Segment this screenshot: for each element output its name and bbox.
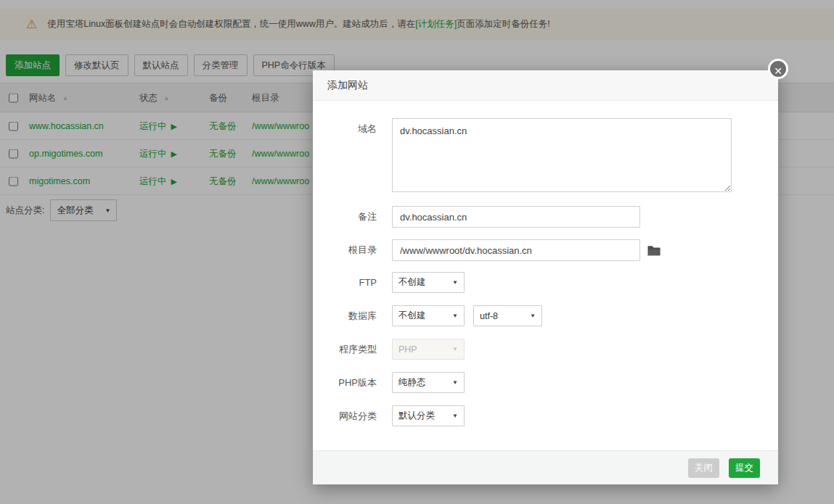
chevron-down-icon: ▼ xyxy=(452,313,458,319)
app-type-select: PHP ▼ xyxy=(392,339,465,360)
remark-row: 备注 xyxy=(313,206,778,228)
site-category-row: 网站分类 默认分类 ▼ xyxy=(313,405,778,427)
domain-label: 域名 xyxy=(313,118,377,140)
app-type-label: 程序类型 xyxy=(313,339,377,360)
php-version-value: 纯静态 xyxy=(398,376,426,389)
modal-category-label: 网站分类 xyxy=(313,405,377,427)
chevron-down-icon: ▼ xyxy=(452,413,458,419)
app-type-row: 程序类型 PHP ▼ xyxy=(313,339,778,360)
close-icon[interactable]: ✕ xyxy=(768,59,788,79)
php-version-select[interactable]: 纯静态 ▼ xyxy=(392,372,465,393)
close-button[interactable]: 关闭 xyxy=(688,458,719,478)
ftp-select[interactable]: 不创建 ▼ xyxy=(392,272,465,293)
modal-category-select[interactable]: 默认分类 ▼ xyxy=(392,405,465,426)
charset-select[interactable]: utf-8 ▼ xyxy=(473,305,542,326)
remark-input[interactable] xyxy=(392,206,640,228)
add-site-modal: ✕ 添加网站 域名 dv.hocassian.cn 备注 根目录 FTP 不创建 xyxy=(313,70,778,484)
ftp-row: FTP 不创建 ▼ xyxy=(313,272,778,294)
php-version-label: PHP版本 xyxy=(313,372,377,394)
database-select[interactable]: 不创建 ▼ xyxy=(392,305,465,326)
root-path-input[interactable] xyxy=(392,239,640,261)
ftp-label: FTP xyxy=(313,272,377,294)
folder-icon xyxy=(647,245,661,256)
app-type-value: PHP xyxy=(398,344,417,355)
modal-footer: 关闭 提交 xyxy=(313,450,778,484)
browse-folder-button[interactable] xyxy=(647,245,661,256)
php-version-row: PHP版本 纯静态 ▼ xyxy=(313,372,778,394)
database-label: 数据库 xyxy=(313,305,377,327)
charset-value: utf-8 xyxy=(480,311,498,321)
database-value: 不创建 xyxy=(398,310,426,322)
database-row: 数据库 不创建 ▼ utf-8 ▼ xyxy=(313,305,778,327)
remark-label: 备注 xyxy=(313,206,377,228)
submit-button[interactable]: 提交 xyxy=(729,458,760,478)
modal-title: 添加网站 xyxy=(313,70,778,101)
root-path-label: 根目录 xyxy=(313,239,377,261)
domain-textarea[interactable]: dv.hocassian.cn xyxy=(392,118,732,192)
chevron-down-icon: ▼ xyxy=(452,379,458,386)
root-path-row: 根目录 xyxy=(313,239,778,261)
add-site-form: 域名 dv.hocassian.cn 备注 根目录 FTP 不创建 ▼ xyxy=(313,101,778,450)
chevron-down-icon: ▼ xyxy=(530,313,536,319)
domain-row: 域名 dv.hocassian.cn xyxy=(313,118,778,192)
chevron-down-icon: ▼ xyxy=(452,279,458,286)
ftp-value: 不创建 xyxy=(398,276,426,289)
chevron-down-icon: ▼ xyxy=(452,346,458,352)
modal-category-value: 默认分类 xyxy=(398,410,435,422)
